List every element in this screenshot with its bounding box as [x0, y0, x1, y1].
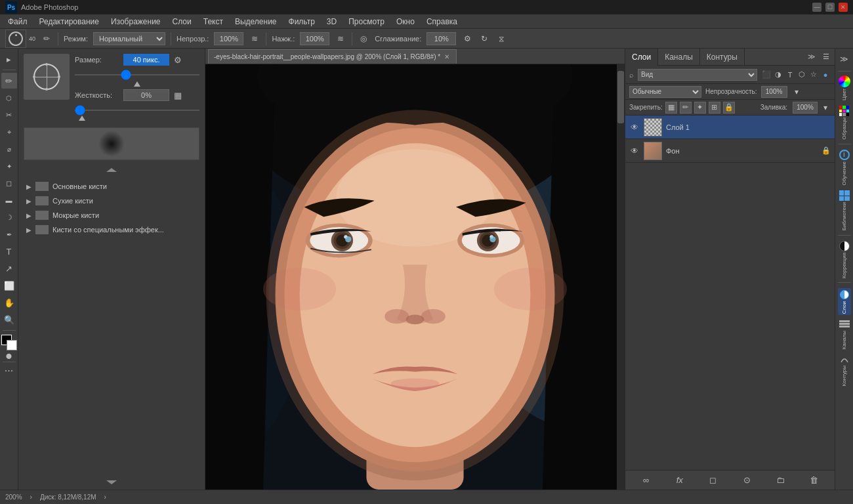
path-select-tool[interactable]: ↗	[1, 261, 17, 276]
more-tools[interactable]: ···	[5, 365, 13, 377]
filter-toggle[interactable]: ●	[820, 70, 831, 80]
panel-expand-arrow[interactable]: ≫	[837, 51, 852, 67]
move-tool[interactable]: ▸	[1, 51, 17, 67]
add-fill-btn[interactable]: ⊙	[740, 474, 753, 487]
size-slider-container[interactable]	[75, 68, 199, 77]
zoom-tool[interactable]: 🔍	[1, 312, 17, 327]
brush-tool[interactable]: ✏	[1, 73, 17, 89]
size-arrow-indicator[interactable]	[134, 81, 140, 87]
hardness-slider[interactable]	[75, 110, 199, 111]
filter-shape-icon[interactable]: ⬡	[797, 70, 807, 80]
lock-position-btn[interactable]: ✦	[694, 102, 706, 114]
menu-text[interactable]: Текст	[198, 16, 228, 28]
brush-tool-icon[interactable]: ✏	[41, 33, 52, 45]
canvas-tab-close[interactable]: ✕	[443, 52, 451, 60]
status-arrow[interactable]: ›	[30, 494, 32, 501]
add-mask-btn[interactable]: ◻	[707, 474, 720, 487]
opacity-arrow-icon[interactable]: ▾	[791, 87, 802, 97]
status-arrow2[interactable]: ›	[104, 494, 106, 501]
menu-layers[interactable]: Слои	[167, 16, 197, 28]
filter-smartobj-icon[interactable]: ☆	[808, 70, 819, 80]
close-button[interactable]: ✕	[839, 3, 848, 12]
clone-tool[interactable]: ✦	[1, 158, 17, 174]
layers-kind-select[interactable]: Вид	[638, 69, 757, 81]
category-wet[interactable]: ▶ Мокрые кисти	[24, 209, 199, 222]
add-style-btn[interactable]: fx	[673, 474, 686, 487]
layer-item-0[interactable]: 👁 Слой 1	[625, 116, 835, 139]
handle-top[interactable]	[45, 63, 48, 66]
brush-settings-gear[interactable]: ⚙	[172, 54, 184, 66]
tab-layers[interactable]: Слои	[625, 49, 658, 66]
menu-edit[interactable]: Редактирование	[34, 16, 104, 28]
dodge-tool[interactable]: ☽	[1, 209, 17, 225]
category-special[interactable]: ▶ Кисти со специальными эффек...	[24, 223, 199, 236]
libraries-panel-toggle[interactable]: Библиотеки	[839, 190, 850, 230]
menu-help[interactable]: Справка	[421, 16, 463, 28]
filter-type-icon[interactable]: T	[785, 70, 795, 80]
layer-item-1[interactable]: 👁 Фон 🔒	[625, 139, 835, 163]
minimize-button[interactable]: —	[812, 3, 822, 12]
airbrush-icon[interactable]: ◎	[358, 33, 369, 45]
smooth-input[interactable]	[427, 32, 456, 45]
quick-mask-icon[interactable]: ⬤	[6, 353, 12, 359]
crop-tool[interactable]: ✂	[1, 107, 17, 123]
corrections-panel-toggle[interactable]: Коррекция	[839, 241, 850, 278]
pressure-icon[interactable]: ≋	[335, 33, 346, 45]
layer-opacity-input[interactable]	[761, 86, 787, 98]
eyedropper-tool[interactable]: ⌖	[1, 124, 17, 140]
maximize-button[interactable]: ☐	[825, 3, 835, 12]
menu-filter[interactable]: Фильтр	[283, 16, 320, 28]
color-panel-toggle[interactable]: Цвет	[839, 75, 850, 100]
gradient-tool[interactable]: ▬	[1, 192, 17, 208]
symmetry-icon[interactable]: ⧖	[495, 33, 507, 45]
hardness-slider-container[interactable]	[75, 104, 199, 113]
size-slider[interactable]	[75, 74, 199, 75]
color-swatch[interactable]	[1, 335, 17, 350]
healing-tool[interactable]: ⌀	[1, 141, 17, 157]
canvas-scroll-thumb-v[interactable]	[617, 71, 624, 123]
handle-right[interactable]	[58, 75, 60, 78]
menu-view[interactable]: Просмотр	[343, 16, 390, 28]
filter-pixel-icon[interactable]: ⬛	[761, 70, 772, 80]
swatches-panel-toggle[interactable]: Образцы	[839, 106, 850, 140]
tab-paths[interactable]: Контуры	[700, 49, 745, 66]
category-dry[interactable]: ▶ Сухие кисти	[24, 194, 199, 207]
lasso-tool[interactable]: ⬡	[1, 90, 17, 106]
pen-tool[interactable]: ✒	[1, 226, 17, 242]
panel-menu-btn[interactable]: ☰	[820, 51, 832, 63]
delete-layer-btn[interactable]: 🗑	[807, 474, 820, 487]
hardness-input[interactable]	[123, 89, 169, 101]
hand-tool[interactable]: ✋	[1, 295, 17, 310]
lock-transparent-btn[interactable]: ▦	[665, 102, 677, 114]
layers-icon-panel-toggle[interactable]: Слои	[838, 288, 851, 315]
add-group-btn[interactable]: 🗀	[774, 474, 787, 487]
hardness-arrow-indicator[interactable]	[79, 116, 85, 121]
pressure-input[interactable]	[300, 32, 329, 45]
size-input[interactable]	[123, 54, 169, 66]
menu-3d[interactable]: 3D	[322, 16, 342, 28]
tab-channels[interactable]: Каналы	[658, 49, 700, 66]
handle-bottom[interactable]	[45, 88, 48, 91]
handle-left[interactable]	[33, 75, 35, 78]
menu-window[interactable]: Окно	[391, 16, 420, 28]
brush-grid-btn[interactable]: ▦	[172, 89, 184, 101]
canvas-scrollbar-v[interactable]	[617, 64, 625, 490]
menu-image[interactable]: Изображение	[106, 16, 166, 28]
paths-icon-toggle[interactable]: Контуры	[839, 355, 850, 386]
eraser-tool[interactable]: ◻	[1, 175, 17, 191]
rotation-icon[interactable]: ↻	[478, 33, 490, 45]
type-tool[interactable]: T	[1, 243, 17, 259]
settings-icon[interactable]: ⚙	[461, 33, 473, 45]
canvas-tab[interactable]: -eyes-black-hair-portrait__people-wallpa…	[208, 49, 457, 64]
lock-image-btn[interactable]: ✏	[680, 102, 692, 114]
layer-eye-0[interactable]: 👁	[629, 122, 640, 133]
mode-select[interactable]: Нормальный	[93, 32, 165, 45]
blend-mode-select[interactable]: Обычные	[629, 86, 701, 98]
layer-eye-1[interactable]: 👁	[629, 146, 640, 156]
opacity-input[interactable]	[214, 32, 243, 45]
menu-file[interactable]: Файл	[3, 16, 33, 28]
fill-input[interactable]	[793, 102, 818, 114]
link-layers-btn[interactable]: ∞	[640, 474, 653, 487]
up-arrow[interactable]	[106, 168, 117, 172]
shape-tool[interactable]: ⬜	[1, 278, 17, 293]
